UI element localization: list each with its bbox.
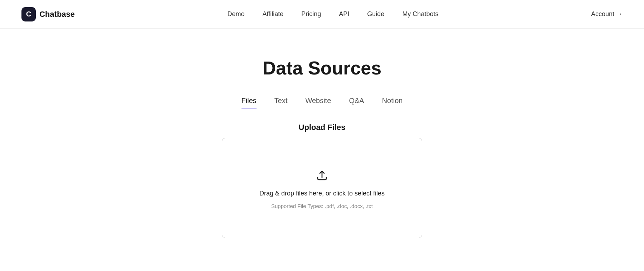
brand-name: Chatbase	[39, 10, 75, 19]
nav-my-chatbots[interactable]: My Chatbots	[402, 10, 438, 18]
upload-icon	[313, 167, 331, 184]
tab-text[interactable]: Text	[274, 97, 288, 108]
nav-demo[interactable]: Demo	[228, 10, 245, 18]
tab-qa[interactable]: Q&A	[349, 97, 364, 108]
data-source-tabs: Files Text Website Q&A Notion	[241, 97, 403, 108]
logo-icon: C	[21, 7, 36, 21]
main-nav: Demo Affiliate Pricing API Guide My Chat…	[228, 10, 439, 18]
nav-affiliate[interactable]: Affiliate	[263, 10, 284, 18]
tab-files[interactable]: Files	[241, 97, 257, 108]
upload-title: Upload Files	[299, 123, 346, 132]
tab-website[interactable]: Website	[305, 97, 331, 108]
nav-guide[interactable]: Guide	[367, 10, 384, 18]
nav-pricing[interactable]: Pricing	[301, 10, 321, 18]
account-link[interactable]: Account →	[591, 10, 623, 18]
file-dropzone[interactable]: Drag & drop files here, or click to sele…	[222, 138, 422, 238]
page-title: Data Sources	[263, 57, 381, 79]
dropzone-secondary-text: Supported File Types: .pdf, .doc, .docx,…	[271, 203, 373, 209]
upload-section: Upload Files Drag & drop files here, or …	[0, 123, 644, 238]
tab-notion[interactable]: Notion	[382, 97, 403, 108]
dropzone-primary-text: Drag & drop files here, or click to sele…	[259, 190, 385, 197]
nav-api[interactable]: API	[339, 10, 349, 18]
logo[interactable]: C Chatbase	[21, 7, 75, 21]
